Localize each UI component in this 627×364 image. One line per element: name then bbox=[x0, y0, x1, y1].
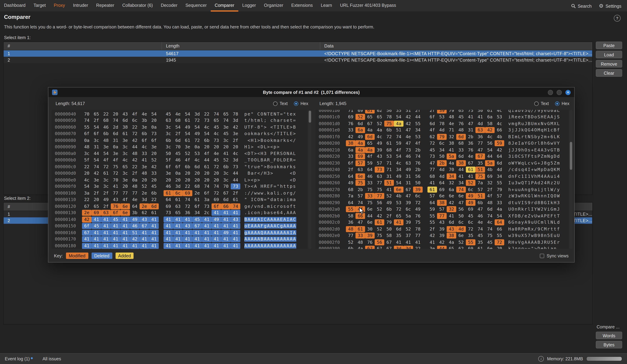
length-label: Length: 1,945 bbox=[319, 101, 346, 106]
close-icon[interactable]: × bbox=[565, 90, 571, 95]
hex-byte: 54 bbox=[82, 183, 92, 189]
tab-url-fuzzer-401-403-bypass[interactable]: URL Fuzzer 401/403 Bypass bbox=[336, 0, 400, 11]
hex-byte: 30 bbox=[365, 226, 375, 232]
hex-byte: 76 bbox=[346, 121, 355, 127]
hex-row: 000002b0586644422f655a765577415045467454… bbox=[315, 213, 569, 219]
tab-sequencer[interactable]: Sequencer bbox=[181, 0, 211, 11]
help-icon[interactable]: ? bbox=[614, 15, 621, 22]
tab-proxy[interactable]: Proxy bbox=[50, 0, 69, 11]
hex-row: 00000110222049434f4e3d22646174613a696d61… bbox=[52, 196, 307, 203]
all-issues-button[interactable]: All issues bbox=[38, 357, 66, 361]
scrollbar[interactable] bbox=[308, 110, 312, 249]
hex-byte: 54 bbox=[92, 157, 101, 163]
compare-words-button[interactable]: Words bbox=[596, 332, 622, 339]
tab-extensions[interactable]: Extensions bbox=[287, 0, 317, 11]
hex-byte: 3d bbox=[231, 118, 240, 124]
hex-byte: 79 bbox=[384, 220, 394, 226]
hex-byte: 22 bbox=[183, 183, 192, 189]
compare-bytes-button[interactable]: Bytes bbox=[596, 341, 622, 349]
tab-target[interactable]: Target bbox=[30, 0, 50, 11]
remove-button[interactable]: Remove bbox=[596, 60, 622, 68]
hex-byte: 2b bbox=[437, 160, 447, 166]
event-log-button[interactable]: Event log (1) bbox=[0, 357, 38, 361]
hex-byte: 54 bbox=[101, 151, 111, 157]
hex-view-left[interactable]: 0000004070652220434f4e54454e543d22746578… bbox=[52, 110, 307, 249]
tab-collaborator-6[interactable]: Collaborator (6) bbox=[118, 0, 157, 11]
hex-byte: 35 bbox=[394, 233, 404, 238]
hex-byte: 74 bbox=[475, 226, 485, 232]
hex-byte: 70 bbox=[221, 183, 231, 189]
hex-byte: 41 bbox=[173, 223, 183, 229]
dialog-titlebar[interactable]: Byte compare of #1 and #2 (1,071 differe… bbox=[48, 88, 574, 97]
hex-byte: 32 bbox=[447, 180, 456, 186]
hex-byte: 6c bbox=[413, 193, 423, 199]
hex-byte: 61 bbox=[427, 186, 437, 192]
hex-byte: 57 bbox=[437, 206, 447, 212]
text-radio[interactable]: Text bbox=[273, 101, 288, 106]
hex-radio[interactable]: Hex bbox=[555, 101, 569, 106]
column-length[interactable]: Length bbox=[162, 42, 320, 50]
hex-byte: 0a bbox=[111, 144, 120, 150]
hex-byte: 0a bbox=[130, 177, 140, 183]
hex-byte: 33 bbox=[140, 151, 149, 157]
search-button[interactable]: Search bbox=[571, 3, 592, 8]
hex-byte: 6b bbox=[163, 137, 173, 143]
hex-byte: 41 bbox=[394, 220, 404, 226]
hex-byte: 3d bbox=[404, 246, 413, 249]
load-button[interactable]: Load bbox=[596, 51, 622, 58]
hex-byte: 7a bbox=[475, 180, 485, 186]
table-row[interactable]: 21945<!DOCTYPE NETSCAPE-Bookmark-file-1>… bbox=[4, 57, 592, 63]
paste-button[interactable]: Paste bbox=[596, 42, 622, 49]
hex-byte: 47 bbox=[404, 140, 413, 146]
hex-byte: 53 bbox=[413, 134, 423, 140]
hex-byte: 42 bbox=[92, 170, 101, 176]
hex-radio[interactable]: Hex bbox=[294, 101, 308, 106]
hex-byte: 43 bbox=[183, 223, 192, 229]
tab-dashboard[interactable]: Dashboard bbox=[0, 0, 30, 11]
hex-offset: 00000110 bbox=[52, 197, 82, 202]
tab-learn[interactable]: Learn bbox=[317, 0, 336, 11]
hex-row: 000000a03c44543e3c483320504552534f4e414c… bbox=[52, 150, 307, 157]
table-row[interactable]: 154617<!DOCTYPE NETSCAPE-Bookmark-file-1… bbox=[4, 50, 592, 57]
hex-byte: 4c bbox=[485, 134, 495, 140]
hex-byte: 41 bbox=[92, 236, 101, 242]
hex-byte: 61 bbox=[485, 110, 495, 113]
column-num[interactable]: # bbox=[4, 42, 162, 50]
scrollbar-thumb[interactable] bbox=[570, 142, 572, 170]
key-deleted-badge: Deleted bbox=[91, 253, 112, 259]
hex-byte: 41 bbox=[140, 230, 149, 235]
hex-byte: 56 bbox=[456, 206, 466, 212]
tab-decoder[interactable]: Decoder bbox=[157, 0, 181, 11]
tab-repeater[interactable]: Repeater bbox=[92, 0, 118, 11]
maximize-button[interactable] bbox=[557, 90, 562, 95]
tab-intruder[interactable]: Intruder bbox=[69, 0, 92, 11]
tab-logger[interactable]: Logger bbox=[238, 0, 260, 11]
hex-byte: 49 bbox=[384, 200, 394, 206]
settings-button[interactable]: ⚙ Settings bbox=[599, 3, 622, 8]
clear-button[interactable]: Clear bbox=[596, 69, 622, 77]
column-data[interactable]: Data bbox=[320, 42, 592, 50]
hex-byte: 52 bbox=[149, 157, 159, 163]
hex-byte: 4f bbox=[427, 127, 437, 133]
sync-views-checkbox[interactable]: Sync views bbox=[540, 253, 569, 258]
hex-offset: 000001b0 bbox=[315, 110, 346, 113]
text-radio[interactable]: Text bbox=[534, 101, 549, 106]
scrollbar[interactable] bbox=[569, 110, 573, 249]
hex-byte: 69 bbox=[485, 173, 495, 179]
hex-view-right[interactable]: 000001b0716961625635512f2f3979657530614c… bbox=[315, 110, 569, 249]
hex-ascii: RHvVgAAAABJRU5Er bbox=[508, 240, 560, 245]
search-icon bbox=[571, 3, 576, 8]
hex-byte: 6c bbox=[130, 118, 140, 124]
hex-byte: 67 bbox=[192, 223, 202, 229]
minimize-button[interactable] bbox=[548, 90, 553, 95]
hex-offset: 00000220 bbox=[315, 154, 346, 159]
hex-byte: 77 bbox=[111, 190, 120, 196]
hex-byte: 6b bbox=[202, 137, 211, 143]
tab-organizer[interactable]: Organizer bbox=[260, 0, 287, 11]
hex-byte: 20 bbox=[92, 197, 101, 203]
hex-byte: 4e bbox=[447, 121, 456, 127]
tab-comparer[interactable]: Comparer bbox=[211, 0, 238, 11]
select-item2-label: Select item 2: bbox=[4, 196, 31, 200]
statusbar-right: i Memory: 221.8MB bbox=[538, 356, 627, 362]
scrollbar-thumb[interactable] bbox=[309, 111, 311, 123]
